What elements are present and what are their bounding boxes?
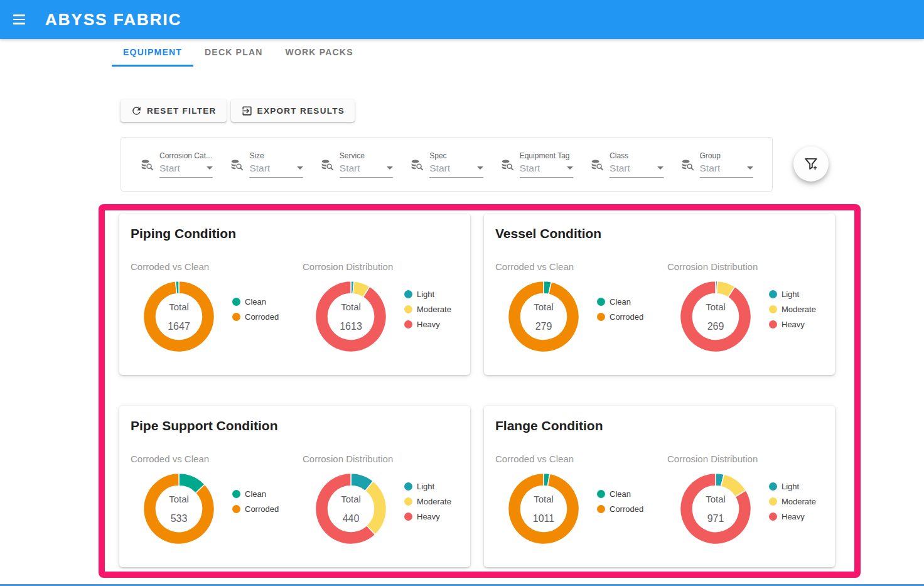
app-logo: ABYSS FABRIC [45, 10, 182, 30]
legend-item-light: Light [769, 290, 816, 299]
donut-segment-moderate[interactable] [365, 481, 387, 534]
legend-label: Heavy [417, 512, 440, 521]
chart-legend: CleanCorroded [597, 297, 643, 322]
legend-dot [597, 298, 605, 306]
donut-chart[interactable] [314, 279, 388, 354]
filter-label: Class [610, 151, 663, 160]
donut-segment-corroded[interactable] [508, 281, 579, 352]
card-piping-condition: Piping ConditionCorroded vs CleanTotal16… [119, 214, 470, 375]
filter-value-row[interactable]: Start [700, 163, 753, 174]
filter-value-row[interactable]: Start [429, 163, 483, 174]
legend-label: Clean [245, 297, 266, 307]
app-bar: ABYSS FABRIC [0, 0, 924, 39]
legend-item-corroded: Corroded [597, 504, 643, 514]
chevron-down-icon[interactable] [567, 166, 573, 170]
filter-panel: Corrosion Cat...StartSizeStartServiceSta… [121, 137, 773, 192]
filter-placeholder: Start [610, 163, 630, 174]
donut-row: Total1011CleanCorroded [495, 472, 667, 546]
filter-select[interactable]: GroupStart [700, 151, 753, 178]
filter-select[interactable]: SpecStart [429, 151, 483, 178]
chevron-down-icon[interactable] [387, 166, 393, 170]
chart-group-corrosion-distribution: Corrosion DistributionTotal971LightModer… [667, 453, 824, 546]
card-title: Pipe Support Condition [131, 418, 459, 433]
donut-wrap: Total440 [314, 472, 388, 546]
legend-item-clean: Clean [232, 297, 279, 307]
refresh-icon [131, 105, 142, 117]
legend-item-corroded: Corroded [232, 504, 279, 514]
filter-label: Equipment Tag [520, 151, 573, 160]
legend-item-heavy: Heavy [404, 320, 451, 329]
legend-item-moderate: Moderate [404, 497, 451, 506]
chart-subtitle: Corrosion Distribution [667, 261, 824, 272]
legend-label: Moderate [782, 497, 816, 506]
menu-icon[interactable] [4, 4, 34, 35]
chart-subtitle: Corroded vs Clean [495, 261, 667, 272]
chevron-down-icon[interactable] [657, 166, 663, 170]
donut-chart[interactable] [507, 472, 581, 546]
chevron-down-icon[interactable] [747, 166, 753, 170]
legend-dot [597, 490, 605, 498]
data-search-icon [680, 158, 695, 175]
filter-label: Group [700, 151, 753, 160]
chart-group-corrosion-distribution: Corrosion DistributionTotal440LightModer… [303, 453, 459, 546]
legend-dot [232, 505, 240, 513]
filter-placeholder: Start [520, 163, 540, 174]
tab-work-packs[interactable]: WORK PACKS [274, 39, 365, 67]
chart-group-corroded-vs-clean: Corroded vs CleanTotal533CleanCorroded [131, 453, 303, 546]
chart-group-corrosion-distribution: Corrosion DistributionTotal269LightModer… [667, 261, 824, 354]
filter-value-row[interactable]: Start [520, 163, 573, 174]
legend-dot [232, 298, 240, 306]
charts-row: Corroded vs CleanTotal1647CleanCorrodedC… [131, 261, 459, 354]
donut-chart[interactable] [679, 472, 753, 546]
export-results-label: EXPORT RESULTS [257, 106, 345, 116]
donut-chart[interactable] [507, 279, 581, 354]
reset-filter-label: RESET FILTER [147, 106, 217, 116]
chevron-down-icon[interactable] [297, 166, 303, 170]
legend-dot [232, 313, 240, 321]
donut-segment-heavy[interactable] [680, 281, 751, 352]
reset-filter-button[interactable]: RESET FILTER [121, 99, 227, 122]
chevron-down-icon[interactable] [207, 166, 213, 170]
filter-value-row[interactable]: Start [249, 163, 303, 174]
charts-row: Corroded vs CleanTotal279CleanCorrodedCo… [495, 261, 824, 354]
donut-chart[interactable] [679, 279, 753, 354]
chevron-down-icon[interactable] [477, 166, 483, 170]
legend-item-moderate: Moderate [769, 497, 816, 506]
chart-subtitle: Corroded vs Clean [131, 261, 303, 272]
filter-value-row[interactable]: Start [610, 163, 663, 174]
tab-deck-plan[interactable]: DECK PLAN [193, 39, 274, 67]
legend-label: Heavy [782, 512, 805, 521]
donut-chart[interactable] [314, 472, 388, 546]
donut-segment-corroded[interactable] [508, 474, 579, 545]
donut-row: Total533CleanCorroded [131, 472, 303, 546]
filter-select[interactable]: SizeStart [249, 151, 303, 178]
filter-select[interactable]: Equipment TagStart [520, 151, 573, 178]
filter-field-equipment-tag: Equipment TagStart [500, 151, 573, 178]
chart-subtitle: Corroded vs Clean [495, 453, 667, 464]
chart-group-corroded-vs-clean: Corroded vs CleanTotal279CleanCorroded [495, 261, 667, 354]
filter-select[interactable]: Corrosion Cat...Start [159, 151, 213, 178]
legend-dot [597, 505, 605, 513]
donut-chart[interactable] [142, 472, 216, 546]
donut-segment-heavy[interactable] [315, 281, 386, 352]
legend-item-moderate: Moderate [404, 305, 451, 314]
export-results-button[interactable]: EXPORT RESULTS [231, 99, 355, 122]
legend-label: Moderate [782, 305, 816, 314]
tab-equipment[interactable]: EQUIPMENT [112, 39, 193, 67]
legend-dot [769, 305, 777, 313]
legend-item-clean: Clean [597, 489, 643, 499]
legend-item-heavy: Heavy [769, 320, 816, 329]
chart-group-corroded-vs-clean: Corroded vs CleanTotal1647CleanCorroded [131, 261, 303, 354]
charts-row: Corroded vs CleanTotal533CleanCorrodedCo… [131, 453, 459, 546]
card-title: Piping Condition [131, 226, 459, 241]
add-filter-button[interactable] [793, 146, 829, 182]
filter-value-row[interactable]: Start [340, 163, 393, 174]
filter-label: Service [340, 151, 393, 160]
filter-select[interactable]: ClassStart [610, 151, 663, 178]
filter-value-row[interactable]: Start [159, 163, 213, 174]
filter-select[interactable]: ServiceStart [340, 151, 393, 178]
legend-label: Heavy [417, 320, 440, 329]
charts-row: Corroded vs CleanTotal1011CleanCorrodedC… [495, 453, 824, 546]
chart-legend: LightModerateHeavy [404, 482, 451, 521]
donut-chart[interactable] [142, 279, 216, 354]
